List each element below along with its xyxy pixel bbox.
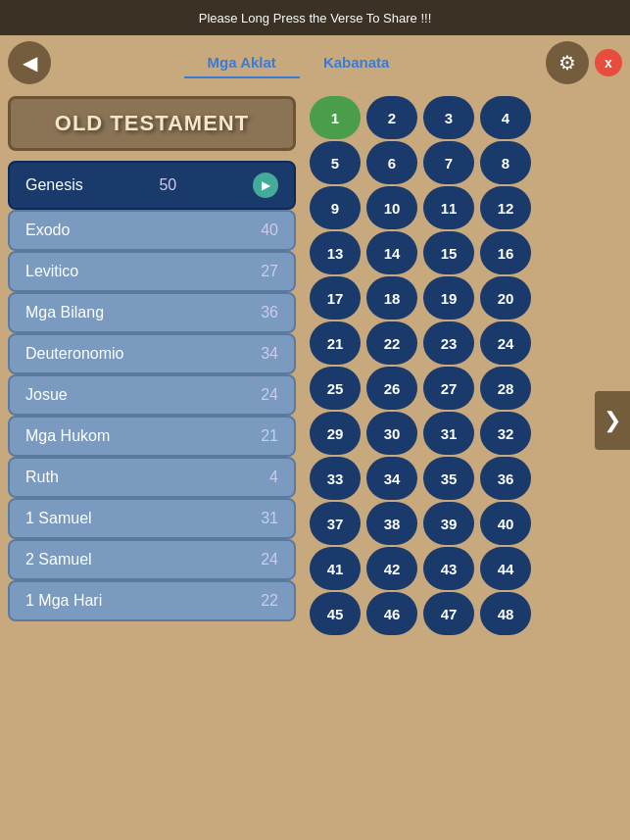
chapter-btn-15[interactable]: 15 [423,231,474,274]
chapter-btn-35[interactable]: 35 [423,457,474,500]
books-list: Genesis 50 ▶ Exodo 40 Levitico 27 Mga Bi… [8,161,296,621]
chapter-btn-9[interactable]: 9 [310,186,361,229]
chapter-btn-33[interactable]: 33 [310,457,361,500]
chapter-btn-18[interactable]: 18 [366,276,417,320]
header-row: ◀ Mga Aklat Kabanata ⚙ x [0,35,630,90]
gear-button[interactable]: ⚙ [546,41,589,84]
book-chapter-count: 4 [269,469,278,486]
chapter-btn-32[interactable]: 32 [480,412,531,455]
chapter-row: 21222324 [310,321,624,365]
chapter-row: 17181920 [310,276,624,320]
chapter-btn-31[interactable]: 31 [423,412,474,455]
chapter-row: 41424344 [310,547,624,590]
book-name: Mga Bilang [25,304,104,321]
book-list-panel: OLD TESTAMENT Genesis 50 ▶ Exodo 40 Levi… [0,88,304,840]
book-chapter-count: 24 [261,551,278,568]
book-name: Deuteronomio [25,345,124,363]
chapter-row: 33343536 [310,457,624,500]
chapter-btn-6[interactable]: 6 [366,141,417,184]
chapter-btn-1[interactable]: 1 [310,96,361,139]
chapter-btn-7[interactable]: 7 [423,141,474,184]
right-arrow-button[interactable]: ❯ [595,391,630,450]
close-button[interactable]: x [595,49,622,76]
chapter-btn-37[interactable]: 37 [310,502,361,545]
chapter-btn-21[interactable]: 21 [310,321,361,365]
chapter-row: 25262728 [310,367,624,410]
right-arrow-icon: ❯ [604,408,621,433]
chapter-btn-40[interactable]: 40 [480,502,531,545]
chapter-btn-22[interactable]: 22 [366,321,417,365]
book-item-genesis[interactable]: Genesis 50 ▶ [8,161,296,210]
chapter-btn-20[interactable]: 20 [480,276,531,320]
book-item-deuteronomio[interactable]: Deuteronomio 34 [8,333,296,374]
book-item-mga-bilang[interactable]: Mga Bilang 36 [8,292,296,333]
chapter-btn-29[interactable]: 29 [310,412,361,455]
chapter-btn-47[interactable]: 47 [423,592,474,635]
chapter-btn-25[interactable]: 25 [310,367,361,410]
book-chapter-count: 27 [261,263,278,280]
chapter-btn-12[interactable]: 12 [480,186,531,229]
chapter-btn-42[interactable]: 42 [366,547,417,590]
chapter-btn-23[interactable]: 23 [423,321,474,365]
play-icon[interactable]: ▶ [253,173,278,198]
chapter-btn-43[interactable]: 43 [423,547,474,590]
chapter-btn-39[interactable]: 39 [423,502,474,545]
chapter-btn-3[interactable]: 3 [423,96,474,139]
book-item-josue[interactable]: Josue 24 [8,374,296,416]
chapter-btn-38[interactable]: 38 [366,502,417,545]
chapter-btn-16[interactable]: 16 [480,231,531,274]
chapter-btn-19[interactable]: 19 [423,276,474,320]
book-item-2-samuel[interactable]: 2 Samuel 24 [8,539,296,580]
chapter-btn-13[interactable]: 13 [310,231,361,274]
chapters-grid: 1234567891011121314151617181920212223242… [310,96,624,637]
back-button[interactable]: ◀ [8,41,51,84]
book-name: Genesis [25,176,83,194]
chapter-btn-44[interactable]: 44 [480,547,531,590]
chapter-btn-14[interactable]: 14 [366,231,417,274]
book-item-1-samuel[interactable]: 1 Samuel 31 [8,498,296,539]
chapter-btn-4[interactable]: 4 [480,96,531,139]
chapter-btn-48[interactable]: 48 [480,592,531,635]
tab-mga-aklat[interactable]: Mga Aklat [184,48,300,78]
book-chapter-count: 40 [261,222,278,239]
chapter-btn-24[interactable]: 24 [480,321,531,365]
chapter-btn-30[interactable]: 30 [366,412,417,455]
chapter-row: 45464748 [310,592,624,635]
tab-kabanata[interactable]: Kabanata [300,48,413,78]
chapter-btn-28[interactable]: 28 [480,367,531,410]
book-name: 2 Samuel [25,551,92,568]
chapter-btn-10[interactable]: 10 [366,186,417,229]
chapter-btn-8[interactable]: 8 [480,141,531,184]
chapter-btn-36[interactable]: 36 [480,457,531,500]
book-chapter-count: 21 [261,427,278,445]
chapter-row: 29303132 [310,412,624,455]
chapter-panel: 1234567891011121314151617181920212223242… [304,88,630,840]
testament-title: OLD TESTAMENT [55,111,249,135]
header-right: ⚙ x [546,41,622,84]
chapter-btn-11[interactable]: 11 [423,186,474,229]
chapter-btn-41[interactable]: 41 [310,547,361,590]
chapter-btn-34[interactable]: 34 [366,457,417,500]
book-name: Mga Hukom [25,427,110,445]
chapter-btn-26[interactable]: 26 [366,367,417,410]
top-bar: Please Long Press the Verse To Share !!! [0,0,630,35]
book-chapter-count: 34 [261,345,278,363]
chapter-btn-46[interactable]: 46 [366,592,417,635]
chapter-row: 13141516 [310,231,624,274]
main-panel: OLD TESTAMENT Genesis 50 ▶ Exodo 40 Levi… [0,88,630,840]
book-item-ruth[interactable]: Ruth 4 [8,457,296,498]
book-item-1-mga-hari[interactable]: 1 Mga Hari 22 [8,580,296,621]
chapter-btn-45[interactable]: 45 [310,592,361,635]
chapter-btn-2[interactable]: 2 [366,96,417,139]
book-name: Levitico [25,263,78,280]
book-name: Exodo [25,222,70,239]
book-chapter-count: 50 [159,176,176,194]
chapter-btn-27[interactable]: 27 [423,367,474,410]
chapter-btn-17[interactable]: 17 [310,276,361,320]
book-item-exodo[interactable]: Exodo 40 [8,210,296,251]
chapter-row: 37383940 [310,502,624,545]
chapter-btn-5[interactable]: 5 [310,141,361,184]
book-item-levitico[interactable]: Levitico 27 [8,251,296,292]
book-item-mga-hukom[interactable]: Mga Hukom 21 [8,416,296,457]
back-icon: ◀ [23,51,37,74]
